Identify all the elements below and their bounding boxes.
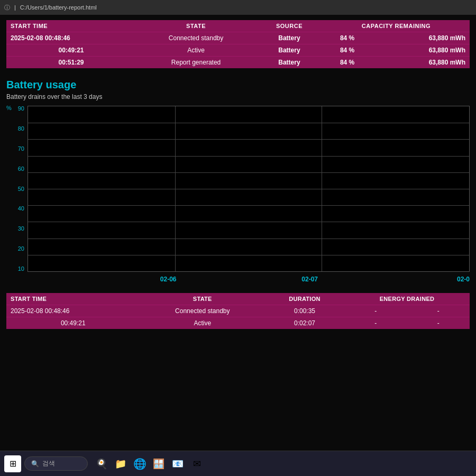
y-label-70: 70 <box>18 146 24 152</box>
grid-h-line <box>28 156 469 157</box>
row3-source: Battery <box>256 57 323 69</box>
y-label-90: 90 <box>18 106 24 112</box>
row1-state: Connected standby <box>136 32 256 44</box>
y-label-30: 30 <box>18 226 24 232</box>
chart-container: % 90 80 70 60 50 40 30 20 10 <box>6 106 470 286</box>
grid-h-line <box>28 222 469 222</box>
grid-h-line <box>28 189 469 189</box>
row3-percent: 84 % <box>323 57 372 69</box>
row1-percent: 84 % <box>323 32 372 44</box>
y-label-60: 60 <box>18 166 24 172</box>
col-header-start-time: START TIME <box>6 20 136 32</box>
taskbar-icon-windows[interactable]: 🪟 <box>150 455 167 472</box>
browser-separator: | <box>14 4 16 11</box>
bottom-row1-energy: - <box>344 305 407 317</box>
grid-h-line <box>28 255 469 255</box>
table-row: 00:49:21 Active Battery 84 % 63,880 mWh <box>6 44 470 57</box>
row1-source: Battery <box>256 32 323 44</box>
y-label-40: 40 <box>18 206 24 212</box>
chart-area <box>28 106 470 272</box>
taskbar-icon-app1[interactable]: 🍳 <box>93 455 110 472</box>
grid-h-line <box>28 205 469 206</box>
taskbar-icon-edge[interactable]: 🌐 <box>131 455 148 472</box>
grid-h-line <box>28 123 469 123</box>
taskbar-icons: 🍳 📁 🌐 🪟 📧 ✉ <box>93 455 205 472</box>
row2-percent: 84 % <box>323 44 372 57</box>
bottom-table: START TIME STATE DURATION ENERGY DRAINED… <box>6 293 470 329</box>
y-label-80: 80 <box>18 126 24 132</box>
row1-time: 2025-02-08 00:48:46 <box>6 32 136 44</box>
grid-h-line <box>28 239 469 239</box>
main-content: START TIME STATE SOURCE CAPACITY REMAINI… <box>0 15 476 451</box>
search-icon: 🔍 <box>31 460 39 468</box>
chart-y-axis: 90 80 70 60 50 40 30 20 10 <box>6 106 26 272</box>
x-label-020x: 02-0 <box>457 276 470 283</box>
bottom-row2-duration: 0:02:07 <box>265 317 344 329</box>
row2-energy: 63,880 mWh <box>372 44 470 57</box>
bottom-col-duration: DURATION <box>265 293 344 305</box>
taskbar-icon-mail2[interactable]: ✉ <box>188 455 205 472</box>
col-header-capacity: CAPACITY REMAINING <box>323 20 470 32</box>
bottom-row1-state: Connected standby <box>140 305 266 317</box>
grid-v-line <box>322 106 322 271</box>
bottom-row2-energy: - <box>344 317 407 329</box>
x-label-0206: 02-06 <box>160 276 177 283</box>
col-header-state: STATE <box>136 20 256 32</box>
search-label: 검색 <box>42 459 55 468</box>
row3-state: Report generated <box>136 57 256 69</box>
row3-energy: 63,880 mWh <box>372 57 470 69</box>
browser-icon: ⓘ <box>4 4 10 12</box>
row1-energy: 63,880 mWh <box>372 32 470 44</box>
bottom-row2-state: Active <box>140 317 266 329</box>
taskbar: ⊞ 🔍 검색 🍳 📁 🌐 🪟 📧 ✉ <box>0 451 476 476</box>
bottom-col-energy: ENERGY DRAINED <box>344 293 470 305</box>
battery-usage-subtitle: Battery drains over the last 3 days <box>6 93 470 100</box>
y-label-50: 50 <box>18 186 24 192</box>
browser-bar: ⓘ | C:/Users/1/battery-report.html <box>0 0 476 15</box>
report-table: START TIME STATE SOURCE CAPACITY REMAINI… <box>6 20 470 68</box>
x-label-0207: 02-07 <box>301 276 318 283</box>
row2-source: Battery <box>256 44 323 57</box>
chart-x-labels: 02-06 02-07 02-0 <box>28 273 470 286</box>
bottom-row2-time: 00:49:21 <box>6 317 140 329</box>
bottom-row1-time: 2025-02-08 00:48:46 <box>6 305 140 317</box>
browser-path: C:/Users/1/battery-report.html <box>20 4 97 11</box>
bottom-table-row: 2025-02-08 00:48:46 Connected standby 0:… <box>6 305 470 317</box>
bottom-col-state: STATE <box>140 293 266 305</box>
grid-lines <box>28 106 469 271</box>
row2-state: Active <box>136 44 256 57</box>
grid-h-line <box>28 172 469 173</box>
row3-time: 00:51:29 <box>6 57 136 69</box>
battery-usage-title: Battery usage <box>6 79 470 91</box>
taskbar-icon-mail[interactable]: 📧 <box>169 455 186 472</box>
row2-time: 00:49:21 <box>6 44 136 57</box>
bottom-table-row: 00:49:21 Active 0:02:07 - - <box>6 317 470 329</box>
bottom-row1-energy2: - <box>407 305 470 317</box>
y-label-20: 20 <box>18 246 24 252</box>
bottom-col-start-time: START TIME <box>6 293 140 305</box>
grid-v-line <box>175 106 176 271</box>
y-label-10: 10 <box>18 266 24 272</box>
table-row: 2025-02-08 00:48:46 Connected standby Ba… <box>6 32 470 44</box>
table-row: 00:51:29 Report generated Battery 84 % 6… <box>6 57 470 69</box>
grid-h-line <box>28 139 469 140</box>
col-header-source: SOURCE <box>256 20 323 32</box>
bottom-row1-duration: 0:00:35 <box>265 305 344 317</box>
taskbar-icon-file[interactable]: 📁 <box>112 455 129 472</box>
start-button[interactable]: ⊞ <box>4 455 21 472</box>
bottom-row2-energy2: - <box>407 317 470 329</box>
taskbar-search[interactable]: 🔍 검색 <box>24 456 88 471</box>
